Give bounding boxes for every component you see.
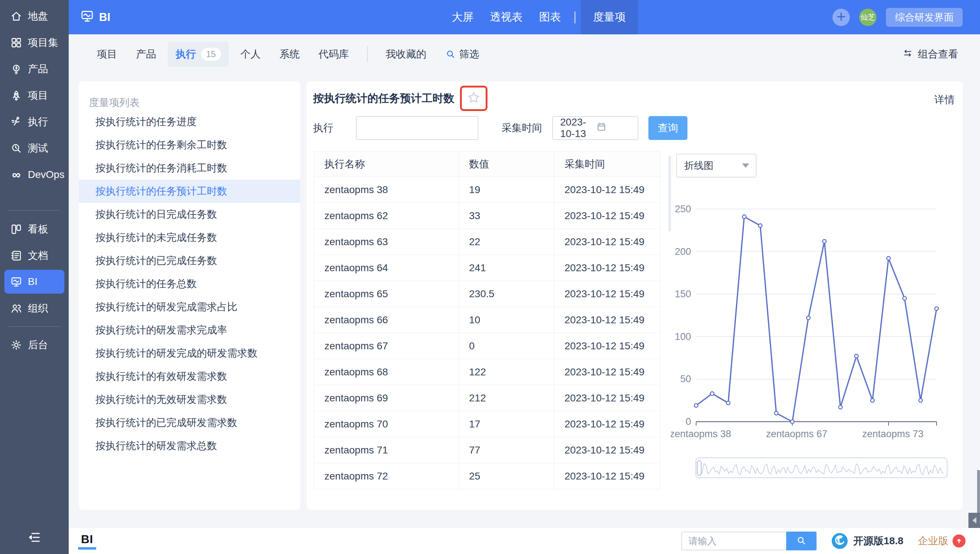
- tab-project[interactable]: 项目: [88, 48, 127, 61]
- datazoom-left-handle[interactable]: [697, 460, 702, 476]
- chart-type-value: 折线图: [684, 159, 742, 172]
- table-row[interactable]: zentaopms 642412023-10-12 15:49: [314, 255, 660, 281]
- table-row[interactable]: zentaopms 681222023-10-12 15:49: [314, 359, 660, 385]
- chart-type-select[interactable]: 折线图: [676, 154, 757, 178]
- metric-list-item[interactable]: 按执行统计的任务剩余工时数: [79, 134, 300, 157]
- header-nav-pivot[interactable]: 透视表: [482, 0, 531, 34]
- sidebar-item-devops[interactable]: ∞ DevOps: [4, 161, 64, 188]
- table-cell: 17: [459, 411, 554, 437]
- app-logo[interactable]: BI: [80, 0, 110, 34]
- metric-list-item[interactable]: 按执行统计的日完成任务数: [79, 203, 300, 226]
- header-nav-chart[interactable]: 图表: [531, 0, 569, 34]
- sidebar-item-product[interactable]: 产品: [4, 56, 64, 82]
- table-cell: 2023-10-12 15:49: [554, 359, 660, 385]
- sidebar-item-qa[interactable]: 测试: [4, 135, 64, 161]
- sidebar-item-admin[interactable]: 后台: [4, 332, 64, 358]
- metric-list-item[interactable]: 按执行统计的已完成任务数: [79, 249, 300, 272]
- svg-text:zentaopms 38: zentaopms 38: [671, 428, 731, 439]
- metric-header: 按执行统计的任务预计工时数: [313, 86, 487, 111]
- collapse-panel-tab[interactable]: [969, 513, 980, 528]
- table-cell: 2023-10-12 15:49: [554, 281, 660, 307]
- create-button[interactable]: [832, 9, 850, 26]
- collect-date-picker[interactable]: 2023-10-13: [552, 116, 638, 140]
- metric-list-item[interactable]: 按执行统计的研发需求完成率: [79, 318, 300, 342]
- table-row[interactable]: zentaopms 71772023-10-12 15:49: [314, 437, 660, 463]
- tab-execution[interactable]: 执行 15: [168, 41, 229, 67]
- tab-system[interactable]: 系统: [270, 48, 309, 61]
- tab-product[interactable]: 产品: [127, 48, 165, 61]
- table-col-header[interactable]: 执行名称: [314, 151, 459, 177]
- home-icon: [10, 10, 23, 23]
- workbench-button[interactable]: 综合研发界面: [886, 8, 963, 27]
- metric-list-item[interactable]: 按执行统计的已完成研发需求数: [79, 411, 300, 434]
- table-row[interactable]: zentaopms 62332023-10-12 15:49: [314, 203, 660, 229]
- metric-list-item[interactable]: 按执行统计的任务进度: [79, 110, 300, 134]
- sidebar-item-project[interactable]: 项目: [4, 82, 64, 108]
- table-row[interactable]: zentaopms 38192023-10-12 15:49: [314, 177, 660, 203]
- header-actions: 仙芝 综合研发界面: [832, 0, 963, 34]
- sidebar-item-bi[interactable]: BI: [4, 270, 64, 294]
- datazoom-slider[interactable]: [695, 457, 947, 478]
- footer-search-input[interactable]: [681, 532, 786, 550]
- header-nav-metrics[interactable]: 度量项: [581, 0, 638, 34]
- table-row[interactable]: zentaopms 72252023-10-12 15:49: [314, 463, 660, 489]
- svg-text:200: 200: [675, 246, 691, 257]
- sidebar-item-label: 后台: [28, 338, 48, 352]
- sidebar-item-program[interactable]: 项目集: [4, 29, 64, 56]
- table-row[interactable]: zentaopms 692122023-10-12 15:49: [314, 385, 660, 411]
- tab-label: 我收藏的: [386, 48, 426, 61]
- metric-list-title: 度量项列表: [89, 96, 140, 110]
- top-header: BI 大屏透视表图表度量项 仙芝 综合研发界面: [69, 0, 980, 34]
- tab-label: 筛选: [459, 48, 479, 61]
- table-row[interactable]: zentaopms 66102023-10-12 15:49: [314, 307, 660, 333]
- header-nav-divider: [574, 11, 576, 24]
- metric-list-item[interactable]: 按执行统计的无效研发需求数: [79, 388, 300, 411]
- avatar[interactable]: 仙芝: [859, 9, 877, 26]
- table-row[interactable]: zentaopms 70172023-10-12 15:49: [314, 411, 660, 437]
- table-row[interactable]: zentaopms 63222023-10-12 15:49: [314, 229, 660, 255]
- metric-list-item[interactable]: 按执行统计的有效研发需求数: [79, 365, 300, 388]
- metric-list-item[interactable]: 按执行统计的研发完成的研发需求数: [79, 342, 300, 365]
- tab-repo[interactable]: 代码库: [309, 48, 358, 61]
- tab-filter[interactable]: 筛选: [436, 48, 489, 61]
- upgrade-arrow-badge: [953, 535, 966, 548]
- metric-list-item[interactable]: 按执行统计的研发需求总数: [79, 434, 300, 457]
- table-row[interactable]: zentaopms 65230.52023-10-12 15:49: [314, 281, 660, 307]
- tab-personal[interactable]: 个人: [231, 48, 270, 61]
- table-col-header[interactable]: 采集时间: [554, 151, 660, 177]
- sidebar-item-label: 组织: [28, 302, 48, 315]
- table-cell: 2023-10-12 15:49: [554, 229, 660, 255]
- collect-date-value: 2023-10-13: [560, 116, 596, 140]
- sidebar: 地盘 项目集 产品 项目 执行 测试 ∞ DevOps: [0, 0, 69, 554]
- sidebar-item-label: 执行: [28, 115, 48, 129]
- header-nav-screen[interactable]: 大屏: [443, 0, 482, 34]
- sidebar-item-home[interactable]: 地盘: [4, 3, 64, 29]
- table-row[interactable]: zentaopms 6702023-10-12 15:49: [314, 333, 660, 359]
- sidebar-item-doc[interactable]: 文档: [4, 242, 64, 269]
- sidebar-item-org[interactable]: 组织: [4, 295, 64, 322]
- combine-view-button[interactable]: 组合查看: [902, 48, 958, 61]
- footer-brand-label: BI: [81, 533, 93, 546]
- metric-list-item[interactable]: 按执行统计的任务消耗工时数: [79, 157, 300, 180]
- metric-list-item[interactable]: 按执行统计的任务总数: [79, 272, 300, 295]
- version-link[interactable]: 开源版18.8: [831, 532, 904, 550]
- favorite-star-button[interactable]: [466, 91, 481, 106]
- footer-search-button[interactable]: [786, 532, 816, 550]
- app-title: BI: [99, 11, 110, 24]
- metric-list-item[interactable]: 按执行统计的未完成任务数: [79, 226, 300, 249]
- detail-link[interactable]: 详情: [934, 93, 955, 107]
- tab-favorites[interactable]: 我收藏的: [377, 48, 436, 61]
- query-button[interactable]: 查询: [648, 116, 687, 140]
- sidebar-item-label: 文档: [28, 249, 48, 263]
- sidebar-item-kanban[interactable]: 看板: [4, 216, 64, 242]
- metric-list-item[interactable]: 按执行统计的任务预计工时数: [79, 180, 300, 203]
- sidebar-collapse-button[interactable]: [0, 530, 69, 546]
- sidebar-item-execution[interactable]: 执行: [4, 108, 64, 135]
- kanban-icon: [10, 223, 23, 236]
- upgrade-link[interactable]: 企业版: [918, 534, 966, 548]
- metric-list-item[interactable]: 按执行统计的研发完成需求占比: [79, 295, 300, 318]
- annotation-highlight-box: [460, 86, 487, 111]
- execution-filter-input[interactable]: [356, 116, 479, 140]
- table-col-header[interactable]: 数值: [459, 151, 554, 177]
- table-cell: 33: [459, 203, 554, 229]
